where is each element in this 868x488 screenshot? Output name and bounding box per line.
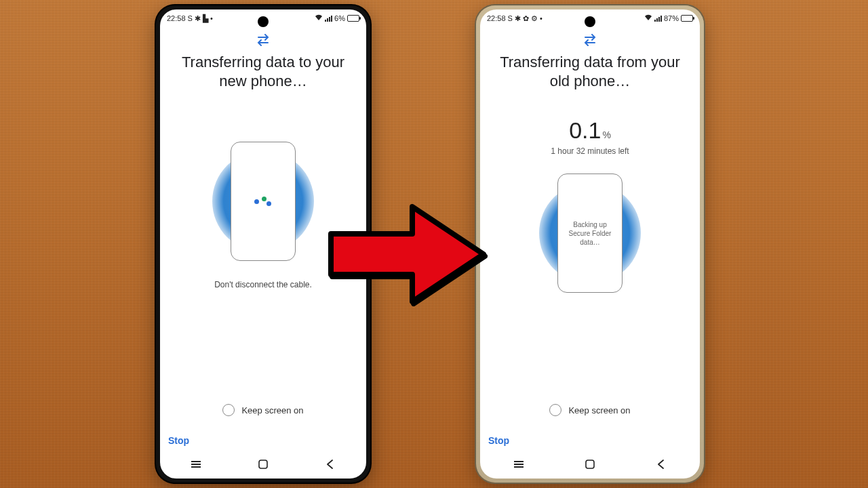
device-outline-icon: Backing up Secure Folder data… — [557, 174, 623, 293]
svg-rect-7 — [586, 460, 594, 468]
status-indicators: S ✱ ✿ ⚙ • — [508, 14, 542, 23]
android-nav-bar — [163, 453, 363, 476]
camera-hole-icon — [258, 16, 269, 27]
keep-screen-on-option[interactable]: Keep screen on — [222, 404, 303, 416]
recents-button[interactable] — [190, 458, 202, 470]
status-time: 22:58 — [167, 14, 186, 22]
battery-pct: 87% — [664, 14, 679, 22]
transfer-icon — [583, 34, 597, 49]
progress-value: 0.1 — [569, 117, 601, 143]
recents-button[interactable] — [513, 458, 525, 470]
page-title: Transferring data from your old phone… — [492, 53, 688, 90]
back-button[interactable] — [655, 458, 667, 470]
svg-rect-6 — [514, 466, 524, 468]
android-nav-bar — [483, 453, 697, 476]
transfer-icon — [256, 34, 271, 49]
svg-rect-2 — [191, 466, 201, 468]
device-status-text: Backing up Secure Folder data… — [564, 220, 616, 247]
back-button[interactable] — [324, 458, 336, 470]
svg-rect-3 — [259, 460, 267, 468]
arrow-right-icon — [317, 197, 494, 314]
keep-screen-on-option[interactable]: Keep screen on — [549, 404, 630, 416]
stop-button[interactable]: Stop — [483, 428, 515, 453]
radio-unchecked-icon[interactable] — [222, 404, 235, 416]
svg-rect-0 — [191, 464, 201, 465]
wifi-icon — [644, 14, 652, 22]
transfer-graphic: Backing up Secure Folder data… — [529, 165, 651, 301]
svg-rect-4 — [514, 464, 524, 465]
home-button[interactable] — [257, 458, 269, 470]
phone-new: 22:58 S ✱ ✿ ⚙ • 87% Transferring data fr… — [476, 5, 704, 483]
loading-dots-icon — [254, 199, 273, 204]
progress-unit: % — [602, 129, 610, 140]
signal-icon — [325, 15, 332, 22]
screen-new: 22:58 S ✱ ✿ ⚙ • 87% Transferring data fr… — [480, 9, 700, 479]
camera-hole-icon — [585, 16, 595, 27]
signal-icon — [654, 15, 662, 22]
page-title: Transferring data to your new phone… — [172, 53, 354, 90]
battery-icon — [681, 15, 693, 22]
svg-rect-1 — [191, 461, 201, 462]
radio-unchecked-icon[interactable] — [549, 404, 561, 416]
wifi-icon — [315, 14, 323, 22]
stop-button[interactable]: Stop — [163, 428, 195, 453]
status-indicators: S ✱ ▙ • — [188, 14, 213, 23]
hint-text: Don't disconnect the cable. — [214, 280, 312, 289]
home-button[interactable] — [584, 458, 596, 470]
device-outline-icon — [231, 142, 296, 261]
transfer-graphic — [202, 134, 324, 269]
keep-screen-label: Keep screen on — [241, 405, 303, 415]
time-remaining: 1 hour 32 minutes left — [551, 146, 629, 156]
battery-pct: 6% — [334, 14, 345, 22]
progress-percent: 0.1% — [569, 117, 611, 144]
svg-rect-5 — [514, 461, 524, 462]
status-time: 22:58 — [487, 14, 506, 22]
keep-screen-label: Keep screen on — [568, 405, 630, 415]
battery-icon — [347, 15, 359, 22]
